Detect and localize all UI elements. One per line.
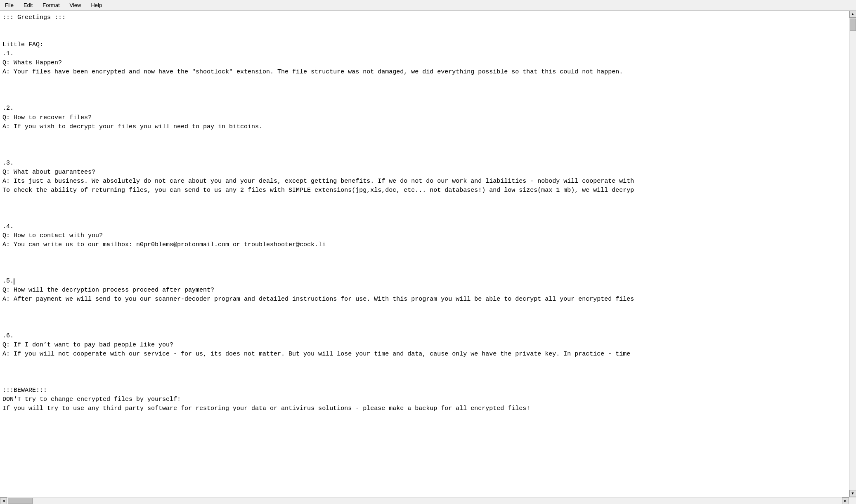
- menu-bar: File Edit Format View Help: [0, 0, 856, 11]
- notepad-window: File Edit Format View Help ::: Greetings…: [0, 0, 856, 504]
- horizontal-scrollbar-container: ◀ ▶: [0, 497, 856, 504]
- menu-format[interactable]: Format: [41, 1, 61, 9]
- menu-file[interactable]: File: [3, 1, 15, 9]
- content-area: ::: Greetings ::: Little FAQ: .1. Q: Wha…: [0, 11, 856, 504]
- scroll-left-button[interactable]: ◀: [0, 497, 7, 504]
- menu-help[interactable]: Help: [89, 1, 104, 9]
- scroll-right-button[interactable]: ▶: [842, 497, 849, 504]
- text-editor[interactable]: ::: Greetings ::: Little FAQ: .1. Q: Wha…: [0, 11, 856, 497]
- text-cursor: [14, 278, 14, 285]
- vertical-scrollbar: ▲ ▼: [849, 11, 856, 497]
- scroll-thumb-x[interactable]: [8, 498, 33, 504]
- scrollbar-corner: [849, 497, 856, 504]
- scroll-up-button[interactable]: ▲: [849, 11, 856, 18]
- editor-container: ::: Greetings ::: Little FAQ: .1. Q: Wha…: [0, 11, 856, 497]
- menu-edit[interactable]: Edit: [22, 1, 34, 9]
- scroll-down-button[interactable]: ▼: [849, 490, 856, 497]
- scroll-thumb-y[interactable]: [850, 19, 856, 31]
- menu-view[interactable]: View: [68, 1, 83, 9]
